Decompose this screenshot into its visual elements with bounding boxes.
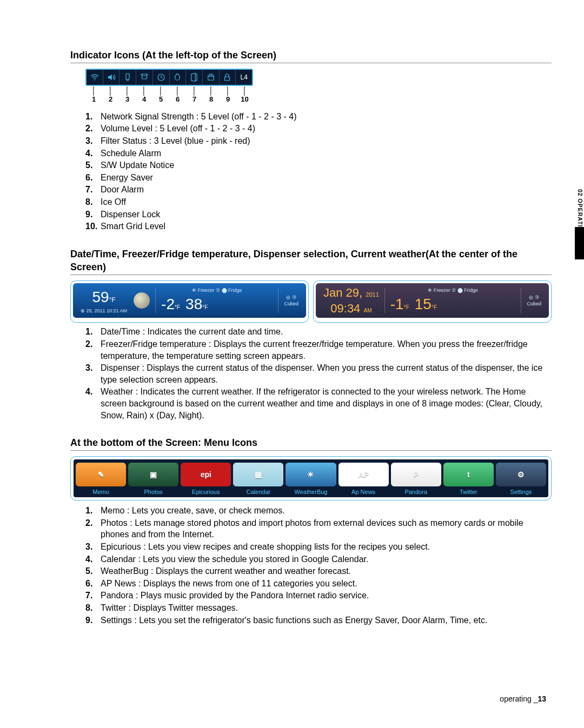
indicator-number: 3 bbox=[119, 95, 136, 104]
item-number: 2. bbox=[85, 338, 101, 350]
list-item: 10.Smart Grid Level bbox=[85, 221, 552, 232]
list-item: 2.Freezer/Fridge temperature : Displays … bbox=[85, 338, 552, 362]
panel-connected: 59°F⊕ 29, 2011 10:21 AM❄ Freezer ② ⬤ Fri… bbox=[70, 280, 309, 323]
indicator-number: 5 bbox=[152, 95, 169, 104]
menu-photos-icon: ▣ bbox=[128, 463, 178, 486]
menu-label: Memo bbox=[76, 488, 126, 496]
fridge-temp: 38°F bbox=[185, 294, 208, 315]
list-item: 5.WeatherBug : Displays the current weat… bbox=[85, 565, 552, 577]
menu-pandora[interactable]: PPandora bbox=[391, 463, 441, 496]
menu-memo[interactable]: ✎Memo bbox=[76, 463, 126, 496]
item-number: 1. bbox=[85, 505, 101, 517]
menu-weatherbug[interactable]: ☀WeatherBug bbox=[286, 463, 336, 496]
menu-twitter[interactable]: tTwitter bbox=[443, 463, 494, 496]
indicator-number: 6 bbox=[169, 95, 186, 104]
grid-level-icon: L4 bbox=[236, 70, 252, 85]
menu-label: Settings bbox=[496, 488, 546, 496]
item-text: Dispenser : Displays the current status … bbox=[101, 362, 552, 385]
indicator-number: 4 bbox=[136, 95, 152, 104]
section2-list: 1.Date/Time : Indicates the current date… bbox=[70, 326, 552, 421]
indicator-number: 7 bbox=[186, 95, 203, 104]
list-item: 1.Memo : Lets you create, save, or check… bbox=[85, 505, 552, 517]
menu-pandora-icon: P bbox=[391, 463, 441, 486]
item-number: 4. bbox=[85, 553, 101, 565]
item-text: Ice Off bbox=[101, 196, 552, 208]
item-number: 2. bbox=[85, 123, 101, 135]
list-item: 2.Photos : Lets manage stored photos and… bbox=[85, 517, 552, 540]
list-item: 3.Dispenser : Displays the current statu… bbox=[85, 362, 552, 385]
menu-icons-figure: ✎Memo▣PhotosepiEpicurious▦Calendar☀Weath… bbox=[70, 456, 552, 500]
menu-calendar[interactable]: ▦Calendar bbox=[233, 463, 283, 496]
section3-list: 1.Memo : Lets you create, save, or check… bbox=[70, 505, 552, 626]
dispenser-mode: Cubed bbox=[284, 300, 298, 307]
item-text: Pandora : Plays music provided by the Pa… bbox=[101, 590, 552, 602]
panel-disconnected: Jan 29, 201109:34 AM❄ Freezer ② ⬤ Fridge… bbox=[313, 280, 552, 323]
moon-icon bbox=[134, 292, 150, 309]
footer-text: operating _ bbox=[500, 694, 537, 703]
menu-memo-icon: ✎ bbox=[76, 463, 126, 486]
freezer-temp: -1°F bbox=[390, 294, 409, 315]
item-number: 4. bbox=[85, 386, 101, 398]
item-text: Network Signal Strength : 5 Level (off -… bbox=[101, 111, 552, 123]
section1-title: Indicator Icons (At the left-top of the … bbox=[70, 49, 552, 63]
list-item: 7.Pandora : Plays music provided by the … bbox=[85, 590, 552, 602]
menu-settings[interactable]: ⚙Settings bbox=[496, 463, 546, 496]
svg-rect-5 bbox=[225, 77, 230, 81]
energy-icon bbox=[170, 70, 187, 85]
ice-icon bbox=[203, 70, 220, 85]
item-number: 6. bbox=[85, 172, 101, 184]
item-number: 3. bbox=[85, 135, 101, 147]
indicator-number: 10 bbox=[236, 95, 253, 104]
svg-rect-4 bbox=[208, 76, 214, 81]
indicator-number: 9 bbox=[220, 95, 236, 104]
current-temp: 59°F bbox=[81, 287, 127, 308]
menu-label: Calendar bbox=[233, 488, 283, 496]
item-number: 3. bbox=[85, 541, 101, 553]
section1-list: 1.Network Signal Strength : 5 Level (off… bbox=[70, 111, 552, 232]
item-number: 7. bbox=[85, 590, 101, 602]
list-item: 8.Ice Off bbox=[85, 196, 552, 208]
item-text: Epicurious : Lets you view recipes and c… bbox=[101, 541, 552, 553]
item-text: Freezer/Fridge temperature : Displays th… bbox=[101, 338, 552, 362]
list-item: 4.Schedule Alarm bbox=[85, 148, 552, 159]
item-number: 4. bbox=[85, 148, 101, 159]
item-text: Date/Time : Indicates the current date a… bbox=[101, 326, 552, 338]
menu-photos[interactable]: ▣Photos bbox=[128, 463, 178, 496]
list-item: 3.Filter Status : 3 Level (blue - pink -… bbox=[85, 135, 552, 147]
dispenser-label: ◎ ③ bbox=[284, 294, 298, 300]
wifi-icon bbox=[87, 70, 103, 85]
current-datetime: ⊕ 29, 2011 10:21 AM bbox=[81, 308, 127, 314]
item-text: Twitter : Displays Twitter messages. bbox=[101, 602, 552, 614]
freezer-label: ❄ Freezer ② ⬤ Fridge bbox=[161, 287, 273, 293]
filter-icon bbox=[120, 70, 136, 85]
door-icon bbox=[186, 70, 203, 85]
menu-apnews[interactable]: APAp News bbox=[339, 463, 389, 496]
item-text: AP News : Displays the news from one of … bbox=[101, 578, 552, 590]
menu-weatherbug-icon: ☀ bbox=[286, 463, 336, 486]
list-item: 1.Network Signal Strength : 5 Level (off… bbox=[85, 111, 552, 123]
item-number: 7. bbox=[85, 184, 101, 196]
item-number: 5. bbox=[85, 565, 101, 577]
menu-epicurious[interactable]: epiEpicurious bbox=[181, 463, 231, 496]
dispenser-label: ◎ ③ bbox=[527, 294, 541, 300]
lock-icon bbox=[220, 70, 236, 85]
menu-label: Epicurious bbox=[181, 488, 231, 496]
item-number: 10. bbox=[85, 221, 101, 232]
indicator-number: 1 bbox=[85, 95, 102, 104]
indicator-number: 8 bbox=[203, 95, 220, 104]
item-number: 9. bbox=[85, 615, 101, 626]
fridge-temp: 15°F bbox=[415, 294, 437, 315]
volume-icon bbox=[103, 70, 120, 85]
indicator-icons-figure: L4 │1│2│3│4│5│6│7│8│9│10 bbox=[85, 69, 552, 104]
list-item: 5.S/W Update Notice bbox=[85, 159, 552, 171]
current-time: 09:34 AM bbox=[323, 300, 379, 317]
section2-title: Date/Time, Freezer/Fridge temperature, D… bbox=[70, 248, 552, 276]
page-footer: operating _13 bbox=[500, 694, 546, 704]
current-date: Jan 29, 2011 bbox=[323, 285, 379, 301]
item-text: Schedule Alarm bbox=[101, 148, 552, 159]
menu-label: Photos bbox=[128, 488, 178, 496]
indicator-numbers: │1│2│3│4│5│6│7│8│9│10 bbox=[85, 87, 253, 104]
list-item: 2.Volume Level : 5 Level (off - 1 - 2 - … bbox=[85, 123, 552, 135]
dispenser-mode: Cubed bbox=[527, 300, 541, 307]
list-item: 9.Settings : Lets you set the refrigerat… bbox=[85, 615, 552, 626]
